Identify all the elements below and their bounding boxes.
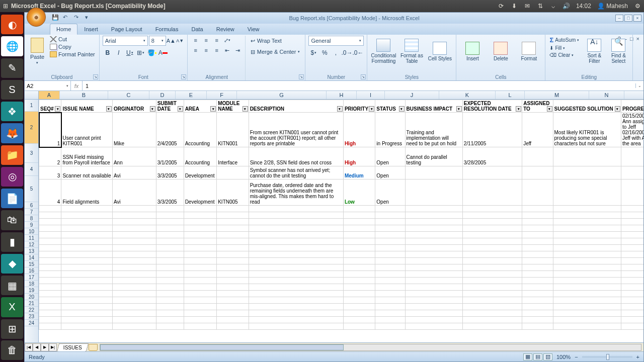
cell[interactable] (621, 225, 643, 232)
cell[interactable] (553, 251, 621, 258)
cell[interactable] (249, 323, 343, 330)
cell[interactable] (621, 297, 643, 304)
cell[interactable]: 3/1/2005 (156, 147, 184, 166)
cell[interactable] (156, 219, 184, 225)
redo-icon[interactable]: ↷ (74, 14, 82, 22)
cell[interactable] (156, 304, 184, 310)
cell[interactable] (522, 179, 553, 206)
cell[interactable] (112, 304, 156, 310)
cell[interactable] (39, 278, 61, 284)
cell[interactable] (61, 251, 113, 258)
autosum-button[interactable]: ΣAutoSum▾ (548, 36, 580, 44)
row-header-12[interactable]: 12 (25, 241, 38, 248)
cell[interactable] (112, 291, 156, 297)
cell[interactable] (405, 278, 462, 284)
header-cell[interactable]: MODULE NAME▾ (217, 100, 249, 113)
row-header-1[interactable]: 1 (25, 100, 38, 112)
cell[interactable] (112, 310, 156, 317)
mail-icon[interactable]: ✉ (524, 3, 531, 10)
tab-data[interactable]: Data (185, 24, 209, 35)
row-header-7[interactable]: 7 (25, 209, 38, 215)
cell[interactable] (375, 219, 405, 225)
cell[interactable]: KITN001 (217, 113, 249, 147)
cell[interactable] (61, 271, 113, 278)
cell[interactable] (343, 206, 375, 212)
chrome-icon[interactable]: 🌐 (1, 36, 23, 56)
excel-icon[interactable]: X (1, 297, 23, 317)
cell[interactable] (184, 323, 217, 330)
cell[interactable] (375, 258, 405, 264)
app-icon[interactable]: ❖ (1, 102, 23, 121)
cell[interactable] (184, 278, 217, 284)
cell[interactable] (522, 304, 553, 310)
filter-dropdown-icon[interactable]: ▾ (547, 106, 552, 112)
app2-icon[interactable]: ◆ (1, 254, 23, 274)
filter-dropdown-icon[interactable]: ▾ (456, 106, 462, 112)
tab-view[interactable]: View (241, 24, 266, 35)
firefox-icon[interactable]: 🦊 (1, 123, 23, 143)
cell[interactable] (522, 278, 553, 284)
cell[interactable] (184, 245, 217, 251)
cell[interactable]: Training and implementation will need to… (405, 113, 462, 147)
cell[interactable] (156, 291, 184, 297)
cell[interactable] (462, 251, 522, 258)
cell[interactable] (621, 271, 643, 278)
app3-icon[interactable]: ▦ (1, 276, 23, 295)
name-box[interactable]: A2▾ (25, 81, 71, 90)
filter-dropdown-icon[interactable]: ▾ (106, 106, 112, 112)
cell[interactable] (217, 225, 249, 232)
zoom-out-button[interactable]: − (575, 354, 578, 360)
cell[interactable] (405, 219, 462, 225)
cell[interactable]: 2/11/2005 (462, 113, 522, 147)
row-header-19[interactable]: 19 (25, 287, 38, 294)
cell[interactable] (405, 291, 462, 297)
cell[interactable]: From screen KITN001 user cannot print th… (249, 113, 343, 147)
shrink-font-button[interactable]: A▼ (176, 36, 184, 46)
sort-filter-button[interactable]: A↓Sort & Filter (583, 36, 605, 67)
cell[interactable] (61, 323, 113, 330)
cell[interactable] (184, 310, 217, 317)
row-header-2[interactable]: 2 (25, 112, 38, 144)
cell[interactable] (156, 258, 184, 264)
cell[interactable] (621, 291, 643, 297)
cell[interactable] (112, 278, 156, 284)
cell[interactable] (553, 264, 621, 271)
cell[interactable] (39, 245, 61, 251)
cell[interactable] (462, 291, 522, 297)
cell[interactable] (405, 232, 462, 238)
cell[interactable] (522, 297, 553, 304)
horizontal-scrollbar[interactable] (100, 344, 641, 351)
increase-decimal-button[interactable]: .0→ (342, 48, 352, 58)
cell[interactable] (522, 166, 553, 179)
alignment-dialog-launcher[interactable]: ↘ (299, 74, 304, 79)
cell[interactable] (61, 232, 113, 238)
cell[interactable] (39, 271, 61, 278)
cell[interactable]: Open (375, 166, 405, 179)
fill-color-button[interactable]: 🪣 (147, 48, 157, 58)
cell[interactable] (405, 179, 462, 206)
cell[interactable] (61, 206, 113, 212)
copy-button[interactable]: Copy (49, 43, 96, 50)
cell[interactable] (184, 212, 217, 219)
cell[interactable] (522, 323, 553, 330)
cell[interactable] (217, 323, 249, 330)
cell[interactable] (405, 310, 462, 317)
cell[interactable]: Since 2/28, SSN field does not cross (249, 147, 343, 166)
cell[interactable] (405, 238, 462, 245)
cell[interactable] (343, 310, 375, 317)
cell[interactable] (375, 304, 405, 310)
cell[interactable] (522, 206, 553, 212)
save-icon[interactable]: 💾 (52, 14, 60, 22)
files-icon[interactable]: 📁 (1, 145, 23, 165)
cell[interactable] (217, 212, 249, 219)
cell[interactable] (553, 310, 621, 317)
zoom-level[interactable]: 100% (556, 354, 571, 360)
workspace-icon[interactable]: ⊞ (1, 319, 23, 339)
cell[interactable] (156, 284, 184, 291)
cell[interactable] (621, 317, 643, 323)
dropbox-icon[interactable]: ⬇ (511, 3, 518, 10)
cell[interactable] (405, 271, 462, 278)
cell[interactable]: 3/3/2005 (156, 179, 184, 206)
cell[interactable]: Development (184, 166, 217, 179)
software-icon[interactable]: 🛍 (1, 210, 23, 230)
